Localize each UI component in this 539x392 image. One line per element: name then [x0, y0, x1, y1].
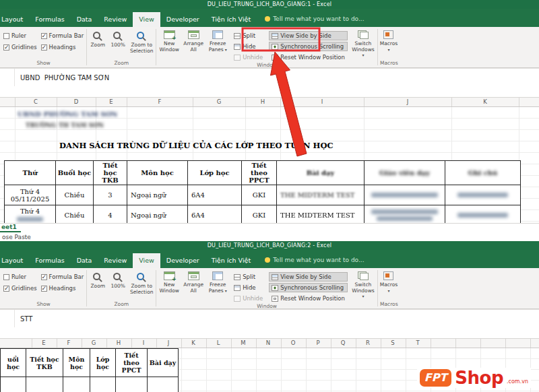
switch-windows-button[interactable]: Switch Windows — [350, 270, 377, 301]
zoom-100-button[interactable]: 100% — [108, 29, 128, 50]
checkbox-icon — [3, 274, 9, 280]
column-header-e[interactable]: E — [42, 339, 45, 346]
zoom-100-label: 100% — [110, 42, 125, 48]
column-header-o[interactable]: O — [291, 339, 296, 346]
macros-button[interactable]: Macros — [379, 29, 399, 54]
split-button[interactable]: Split — [231, 272, 265, 282]
column-header-p[interactable]: P — [316, 339, 319, 346]
freeze-panes-button[interactable]: Freeze Panes — [205, 270, 230, 295]
sheet-tab[interactable]: eet1 — [0, 224, 21, 232]
zoom-to-selection-button[interactable]: Zoom to Selection — [128, 270, 155, 296]
synchronous-scrolling-button[interactable]: Synchronous Scrolling — [269, 283, 348, 292]
column-headers[interactable]: C D E F G H I J K — [0, 97, 539, 107]
side-by-side-label: View Side by Side — [280, 273, 331, 280]
tab-developer[interactable]: Developer — [160, 12, 205, 27]
synchronous-scrolling-button[interactable]: Synchronous Scrolling — [269, 42, 348, 51]
reset-window-position-button[interactable]: Reset Window Position — [269, 53, 348, 62]
empty-cell — [90, 377, 116, 392]
column-header-s[interactable]: S — [391, 339, 394, 346]
column-header-c[interactable]: C — [34, 98, 38, 105]
column-header-k[interactable]: K — [483, 98, 487, 105]
column-header-h[interactable]: H — [261, 98, 265, 105]
formula-bar[interactable]: UBND PHƯỜNG TAM SƠN — [0, 68, 539, 86]
column-header-i[interactable]: I — [143, 339, 145, 346]
column-header-k[interactable]: K — [191, 339, 195, 346]
reset-window-position-button[interactable]: Reset Window Position — [269, 294, 348, 303]
title-bar[interactable]: DU_LIEU_TRUNG_LICH_BAO_GIANG:2 - Excel — [0, 241, 539, 250]
tab-review[interactable]: Review — [98, 12, 133, 27]
title-bar[interactable]: DU_LIEU_TRUNG_LICH_BAO_GIANG:1 - Excel — [0, 0, 539, 9]
headings-checkbox[interactable]: Headings — [39, 285, 86, 292]
macros-icon — [383, 271, 393, 280]
zoom-button[interactable]: Zoom — [88, 29, 108, 50]
zoom-button[interactable]: Zoom — [88, 270, 108, 291]
freeze-panes-button[interactable]: Freeze Panes — [205, 29, 230, 54]
tab-tien-ich-viet[interactable]: Tiện ích Việt — [205, 253, 257, 268]
column-header-f[interactable]: F — [158, 98, 162, 105]
tab-formulas[interactable]: Formulas — [29, 12, 70, 27]
hide-button[interactable]: Hide — [231, 42, 265, 51]
column-headers[interactable]: E F G H I J K L M N O P Q R S T — [0, 338, 539, 348]
tab-view[interactable]: View — [133, 12, 160, 27]
column-header-e[interactable]: E — [109, 98, 113, 105]
fpt-shop-logo: FPT Shop .com.vn — [417, 368, 531, 388]
view-side-by-side-button[interactable]: View Side by Side — [269, 31, 348, 40]
split-button[interactable]: Split — [231, 31, 265, 40]
new-window-button[interactable]: New Window — [157, 29, 181, 54]
gridlines-checkbox[interactable]: Gridlines — [1, 44, 39, 51]
tab-review[interactable]: Review — [98, 253, 133, 268]
ribbon-tab-row: Layout Formulas Data Review View Develop… — [0, 250, 539, 268]
cell-ppct: GKI — [242, 185, 277, 205]
arrange-all-icon — [188, 30, 199, 39]
arrange-all-button[interactable]: Arrange All — [181, 270, 205, 295]
column-header-f[interactable]: F — [67, 339, 71, 346]
unhide-icon — [234, 296, 241, 302]
headings-checkbox[interactable]: Headings — [39, 44, 86, 51]
macros-button[interactable]: Macros — [379, 270, 399, 295]
zoom-100-button[interactable]: 100% — [108, 270, 128, 291]
ruler-checkbox[interactable]: Ruler — [1, 32, 39, 39]
column-header-n[interactable]: N — [266, 339, 270, 346]
arrange-all-button[interactable]: Arrange All — [181, 29, 205, 54]
tab-developer[interactable]: Developer — [160, 253, 205, 268]
formula-bar-checkbox[interactable]: Formula Bar — [39, 32, 86, 39]
view-side-by-side-button[interactable]: View Side by Side — [269, 272, 348, 282]
zoom-to-selection-label: Zoom to Selection — [129, 284, 154, 295]
column-header-l[interactable]: L — [217, 339, 220, 346]
spreadsheet-grid[interactable]: UBND PHƯỜNG TAM SƠN TRƯỜNG TH TAM SƠN DA… — [0, 107, 539, 223]
tab-data[interactable]: Data — [71, 253, 98, 268]
tab-page-layout[interactable]: Layout — [0, 253, 29, 268]
macros-icon — [383, 30, 393, 39]
tab-page-layout[interactable]: Layout — [0, 12, 29, 27]
cell-ghi-chu — [445, 205, 521, 224]
column-header-j[interactable]: J — [168, 339, 170, 346]
formula-bar-checkbox[interactable]: Formula Bar — [39, 273, 86, 280]
tab-tien-ich-viet[interactable]: Tiện ích Việt — [205, 12, 257, 27]
column-header-d[interactable]: D — [74, 98, 79, 105]
column-header-q[interactable]: Q — [341, 339, 346, 346]
column-header-r[interactable]: R — [366, 339, 370, 346]
tab-data[interactable]: Data — [71, 12, 98, 27]
column-header-h[interactable]: H — [117, 339, 121, 346]
column-header-i[interactable]: I — [321, 98, 323, 105]
switch-windows-button[interactable]: Switch Windows — [350, 29, 377, 60]
empty-cell — [63, 377, 90, 392]
formula-bar[interactable]: STT — [0, 309, 539, 327]
column-header-t[interactable]: T — [416, 339, 419, 346]
new-window-button[interactable]: New Window — [157, 270, 181, 295]
zoom-to-selection-button[interactable]: Zoom to Selection — [128, 29, 155, 55]
column-header-j[interactable]: J — [407, 98, 409, 105]
unhide-button[interactable]: Unhide — [231, 294, 265, 303]
tab-formulas[interactable]: Formulas — [29, 253, 70, 268]
tell-me-box[interactable]: Tell me what you want to do... — [265, 257, 364, 268]
tab-view[interactable]: View — [133, 253, 160, 268]
unhide-button[interactable]: Unhide — [231, 53, 265, 62]
gridlines-checkbox[interactable]: Gridlines — [1, 285, 39, 292]
hide-button[interactable]: Hide — [231, 283, 265, 292]
column-header-g[interactable]: G — [217, 98, 222, 105]
formula-bar-label: Formula Bar — [49, 32, 84, 39]
tell-me-box[interactable]: Tell me what you want to do... — [265, 15, 364, 27]
ruler-checkbox[interactable]: Ruler — [1, 273, 39, 280]
column-header-m[interactable]: M — [241, 339, 245, 346]
column-header-g[interactable]: G — [92, 339, 96, 346]
